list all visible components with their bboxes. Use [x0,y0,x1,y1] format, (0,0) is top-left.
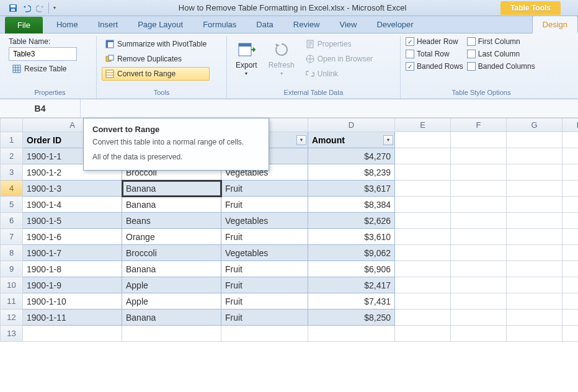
option-banded-rows[interactable]: ✓ Banded Rows [406,62,463,71]
row-header[interactable]: 6 [1,213,23,229]
tab-home[interactable]: Home [47,16,88,33]
cell[interactable]: 1900-1-6 [23,229,122,245]
table-name-input[interactable] [9,47,77,61]
cell[interactable] [562,164,579,180]
cell[interactable] [395,261,451,277]
cell[interactable]: Beans [122,213,221,229]
option-total-row[interactable]: Total Row [406,50,463,58]
cell[interactable] [507,310,562,326]
cell[interactable] [507,213,562,229]
cell[interactable]: Banana [122,261,221,277]
cell[interactable] [395,164,451,180]
cell[interactable]: $9,062 [308,245,395,261]
cell[interactable]: $8,384 [308,197,395,213]
tab-page-layout[interactable]: Page Layout [128,16,193,33]
cell[interactable] [395,229,451,245]
cell[interactable] [395,326,451,342]
row-header[interactable]: 5 [1,197,23,213]
tab-design[interactable]: Design [532,16,578,33]
tab-view[interactable]: View [329,16,367,33]
cell[interactable]: $3,610 [308,229,395,245]
cell[interactable] [451,245,507,261]
filter-dropdown-icon[interactable]: ▾ [296,135,306,145]
cell[interactable] [562,229,579,245]
cell[interactable]: 1900-1-7 [23,245,122,261]
cell[interactable]: Vegetables [221,213,308,229]
row-header[interactable]: 11 [1,293,23,310]
cell[interactable] [395,148,451,164]
cell[interactable]: Fruit [221,197,308,213]
cell[interactable]: Orange [122,229,221,245]
cell[interactable]: $4,270 [308,148,395,164]
cell[interactable] [562,197,579,213]
cell[interactable] [451,229,507,245]
cell[interactable] [395,293,451,310]
unlink-button[interactable]: Unlink [302,67,376,81]
tab-insert[interactable]: Insert [88,16,128,33]
option-header-row[interactable]: ✓ Header Row [406,37,463,46]
cell[interactable] [395,132,451,148]
cell[interactable] [507,245,562,261]
cell[interactable]: Banana [122,180,221,197]
cell[interactable]: Banana [122,310,221,326]
cell[interactable] [451,197,507,213]
cell[interactable]: Fruit [221,180,308,197]
tab-file[interactable]: File [5,17,43,33]
cell[interactable] [562,293,579,310]
convert-to-range-button[interactable]: Convert to Range [102,67,210,81]
cell[interactable] [507,229,562,245]
cell[interactable] [562,277,579,293]
cell[interactable]: $3,617 [308,180,395,197]
cell[interactable] [451,180,507,197]
qat-dropdown-icon[interactable]: ▾ [48,2,60,14]
row-header[interactable]: 12 [1,310,23,326]
table-properties-button[interactable]: Properties [302,37,376,51]
cell[interactable] [395,197,451,213]
col-header-E[interactable]: E [395,118,451,132]
cell[interactable]: Fruit [221,229,308,245]
cell[interactable] [451,261,507,277]
cell[interactable] [562,148,579,164]
cell[interactable] [507,197,562,213]
tab-formulas[interactable]: Formulas [193,16,246,33]
cell[interactable] [507,277,562,293]
cell[interactable] [451,293,507,310]
cell[interactable] [562,326,579,342]
cell[interactable] [451,213,507,229]
cell[interactable] [562,132,579,148]
cell[interactable] [395,310,451,326]
cell[interactable]: $8,250 [308,310,395,326]
cell[interactable] [562,213,579,229]
cell[interactable] [507,180,562,197]
row-header[interactable]: 2 [1,148,23,164]
table-header-cell[interactable]: Amount▾ [308,132,395,148]
cell[interactable] [562,261,579,277]
select-all-corner[interactable] [1,118,23,132]
cell[interactable] [395,277,451,293]
name-box[interactable]: B4 [0,99,81,117]
undo-icon[interactable] [21,2,32,14]
remove-duplicates-button[interactable]: Remove Duplicates [102,52,210,66]
cell[interactable] [562,310,579,326]
row-header[interactable]: 3 [1,164,23,180]
row-header[interactable]: 4 [1,180,23,197]
cell[interactable]: $6,906 [308,261,395,277]
row-header[interactable]: 13 [1,326,23,342]
cell[interactable] [507,261,562,277]
row-header[interactable]: 1 [1,132,23,148]
cell[interactable] [451,326,507,342]
summarize-pivot-button[interactable]: Summarize with PivotTable [102,37,210,51]
option-banded-columns[interactable]: Banded Columns [467,62,535,71]
cell[interactable]: Apple [122,277,221,293]
option-last-column[interactable]: Last Column [467,50,535,58]
refresh-button[interactable]: Refresh ▾ [265,37,298,87]
cell[interactable]: 1900-1-4 [23,197,122,213]
cell[interactable] [451,277,507,293]
col-header-H[interactable]: H [562,118,579,132]
cell[interactable]: 1900-1-8 [23,261,122,277]
cell[interactable] [507,164,562,180]
cell[interactable]: 1900-1-3 [23,180,122,197]
cell[interactable] [122,326,221,342]
tab-data[interactable]: Data [246,16,283,33]
cell[interactable]: 1900-1-11 [23,310,122,326]
